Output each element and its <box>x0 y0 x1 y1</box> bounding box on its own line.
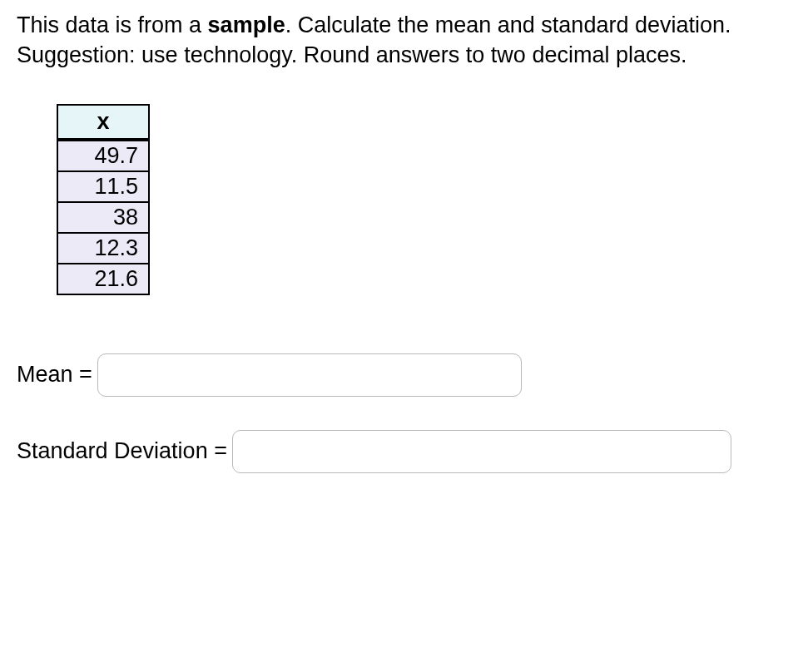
table-header-x: x <box>57 105 149 140</box>
table-cell: 21.6 <box>57 264 149 294</box>
sd-input[interactable] <box>232 430 731 473</box>
mean-label: Mean = <box>17 362 92 388</box>
sd-row: Standard Deviation = <box>17 430 786 473</box>
prompt-bold: sample <box>208 12 285 37</box>
mean-row: Mean = <box>17 353 786 397</box>
table-cell: 38 <box>57 202 149 233</box>
mean-input[interactable] <box>97 353 522 397</box>
prompt-text-part1: This data is from a <box>17 12 208 37</box>
question-prompt: This data is from a sample. Calculate th… <box>17 10 786 71</box>
table-cell: 11.5 <box>57 171 149 202</box>
sd-label: Standard Deviation = <box>17 438 227 464</box>
table-cell: 49.7 <box>57 140 149 171</box>
table-cell: 12.3 <box>57 233 149 264</box>
data-table: x 49.7 11.5 38 12.3 21.6 <box>57 104 150 295</box>
